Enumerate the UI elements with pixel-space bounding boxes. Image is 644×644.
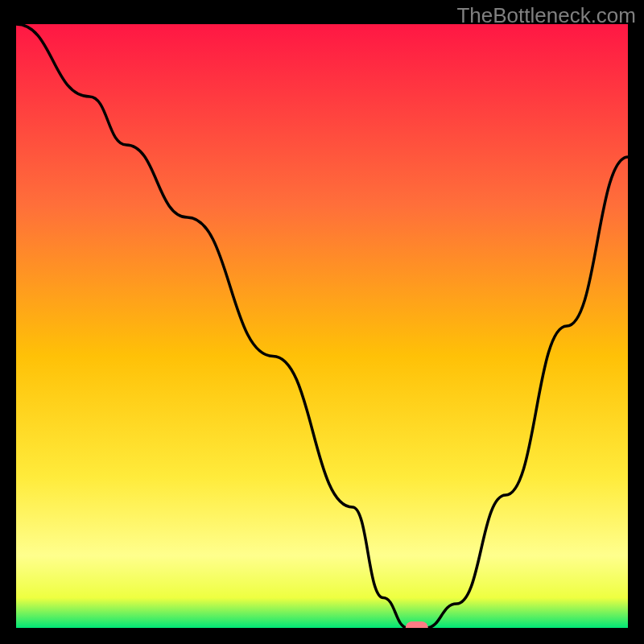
chart-container: TheBottleneck.com [0, 0, 644, 644]
optimal-marker [406, 621, 428, 628]
watermark-text: TheBottleneck.com [456, 3, 636, 28]
chart-svg [16, 24, 628, 628]
plot-area [16, 24, 628, 628]
svg-rect-0 [16, 24, 628, 628]
